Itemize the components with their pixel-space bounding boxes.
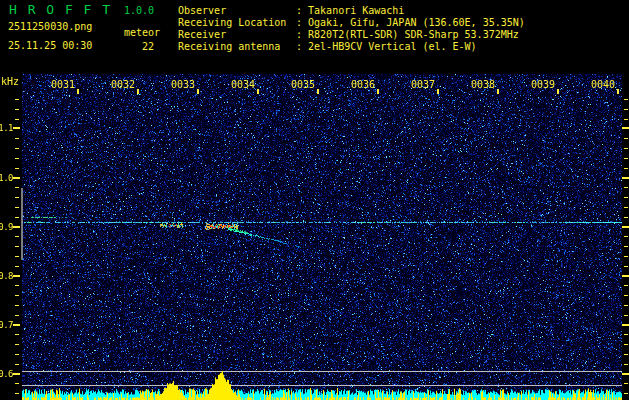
- freq-minor-tick: [15, 266, 19, 267]
- time-tick-label: 0037: [411, 79, 435, 90]
- freq-minor-tick-right: [624, 138, 628, 139]
- freq-minor-tick: [15, 119, 19, 120]
- freq-major-tick: [13, 177, 20, 179]
- freq-major-tick: [13, 127, 20, 129]
- freq-major-tick: [13, 226, 20, 228]
- time-tick-label: 0040: [591, 79, 615, 90]
- axes-layer: 0031003200330034003500360037003800390040…: [0, 0, 629, 400]
- freq-minor-tick-right: [624, 246, 628, 247]
- freq-minor-tick-right: [624, 119, 628, 120]
- freq-minor-tick-right: [624, 197, 628, 198]
- time-tick-label: 0032: [111, 79, 135, 90]
- freq-minor-tick: [15, 217, 19, 218]
- freq-tick-label: 1.1: [0, 123, 13, 133]
- freq-minor-tick: [15, 393, 19, 394]
- freq-minor-tick-right: [624, 295, 628, 296]
- time-tick: [257, 89, 259, 94]
- freq-major-tick: [13, 324, 20, 326]
- freq-tick-label: 0.7: [0, 320, 13, 330]
- freq-minor-tick: [15, 305, 19, 306]
- freq-minor-tick: [15, 334, 19, 335]
- freq-range-marker: [21, 188, 23, 260]
- freq-tick-label: 0.9: [0, 222, 13, 232]
- freq-minor-tick-right: [624, 256, 628, 257]
- freq-tick-label: 1.0: [0, 173, 13, 183]
- freq-minor-tick-right: [624, 354, 628, 355]
- time-tick: [557, 89, 559, 94]
- freq-minor-tick: [15, 383, 19, 384]
- freq-major-tick-right: [622, 373, 629, 375]
- freq-tick-label: 0.8: [0, 271, 13, 281]
- freq-major-tick-right: [622, 226, 629, 228]
- freq-minor-tick-right: [624, 344, 628, 345]
- freq-minor-tick-right: [624, 364, 628, 365]
- time-tick: [497, 89, 499, 94]
- freq-minor-tick: [15, 99, 19, 100]
- freq-minor-tick-right: [624, 187, 628, 188]
- time-tick-label: 0036: [351, 79, 375, 90]
- freq-minor-tick: [15, 236, 19, 237]
- freq-minor-tick: [15, 315, 19, 316]
- freq-major-tick-right: [622, 275, 629, 277]
- freq-major-tick: [13, 275, 20, 277]
- time-tick-label: 0031: [51, 79, 75, 90]
- freq-minor-tick: [15, 295, 19, 296]
- freq-minor-tick: [15, 158, 19, 159]
- freq-minor-tick-right: [624, 109, 628, 110]
- freq-minor-tick: [15, 256, 19, 257]
- freq-major-tick-right: [622, 177, 629, 179]
- freq-minor-tick: [15, 197, 19, 198]
- time-tick-label: 0033: [171, 79, 195, 90]
- freq-major-tick: [13, 373, 20, 375]
- freq-minor-tick: [15, 246, 19, 247]
- freq-minor-tick-right: [624, 315, 628, 316]
- freq-minor-tick: [15, 207, 19, 208]
- freq-minor-tick: [15, 109, 19, 110]
- time-tick: [137, 89, 139, 94]
- freq-minor-tick: [15, 344, 19, 345]
- time-tick-label: 0038: [471, 79, 495, 90]
- time-tick: [197, 89, 199, 94]
- time-tick: [77, 89, 79, 94]
- time-tick-label: 0034: [231, 79, 255, 90]
- freq-minor-tick-right: [624, 99, 628, 100]
- freq-minor-tick: [15, 285, 19, 286]
- freq-minor-tick-right: [624, 148, 628, 149]
- freq-minor-tick: [15, 187, 19, 188]
- hrofft-window: H R O F F T 1.0.0 2511250030.png meteor …: [0, 0, 629, 400]
- time-tick: [377, 89, 379, 94]
- freq-minor-tick-right: [624, 305, 628, 306]
- freq-tick-label: 0.6: [0, 369, 13, 379]
- time-tick: [437, 89, 439, 94]
- freq-minor-tick-right: [624, 236, 628, 237]
- freq-minor-tick: [15, 168, 19, 169]
- freq-minor-tick-right: [624, 285, 628, 286]
- time-tick: [617, 89, 619, 94]
- freq-minor-tick-right: [624, 383, 628, 384]
- freq-minor-tick: [15, 138, 19, 139]
- freq-minor-tick: [15, 148, 19, 149]
- freq-minor-tick-right: [624, 217, 628, 218]
- freq-minor-tick-right: [624, 158, 628, 159]
- freq-major-tick-right: [622, 127, 629, 129]
- freq-minor-tick: [15, 364, 19, 365]
- time-tick-label: 0039: [531, 79, 555, 90]
- freq-minor-tick-right: [624, 207, 628, 208]
- time-tick: [317, 89, 319, 94]
- freq-minor-tick-right: [624, 393, 628, 394]
- freq-axis-unit-label: kHz: [1, 76, 19, 87]
- freq-minor-tick-right: [624, 334, 628, 335]
- time-tick-label: 0035: [291, 79, 315, 90]
- freq-minor-tick-right: [624, 266, 628, 267]
- freq-major-tick-right: [622, 324, 629, 326]
- freq-minor-tick: [15, 354, 19, 355]
- freq-minor-tick-right: [624, 168, 628, 169]
